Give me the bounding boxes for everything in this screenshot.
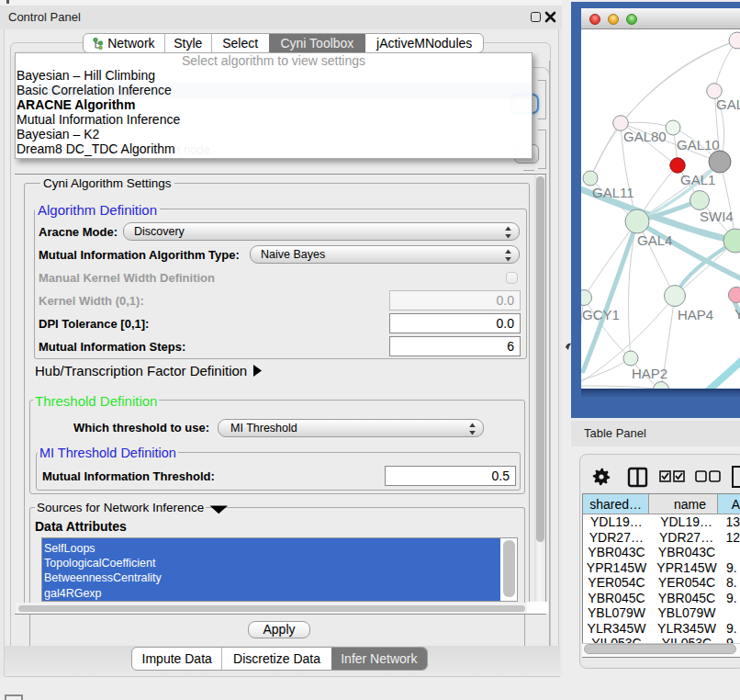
- svg-text:GCY1: GCY1: [582, 307, 620, 322]
- svg-text:GAL10: GAL10: [677, 137, 720, 152]
- svg-text:HAP4: HAP4: [678, 307, 713, 322]
- svg-text:SWI4: SWI4: [700, 209, 734, 224]
- svg-text:GAL: GAL: [716, 96, 740, 112]
- svg-text:HAP2: HAP2: [632, 366, 667, 381]
- svg-text:GAL1: GAL1: [680, 172, 715, 187]
- svg-text:GAL11: GAL11: [592, 185, 634, 200]
- svg-text:GAL4: GAL4: [637, 232, 672, 248]
- svg-text:Y: Y: [734, 306, 740, 322]
- svg-text:GAL80: GAL80: [623, 129, 667, 144]
